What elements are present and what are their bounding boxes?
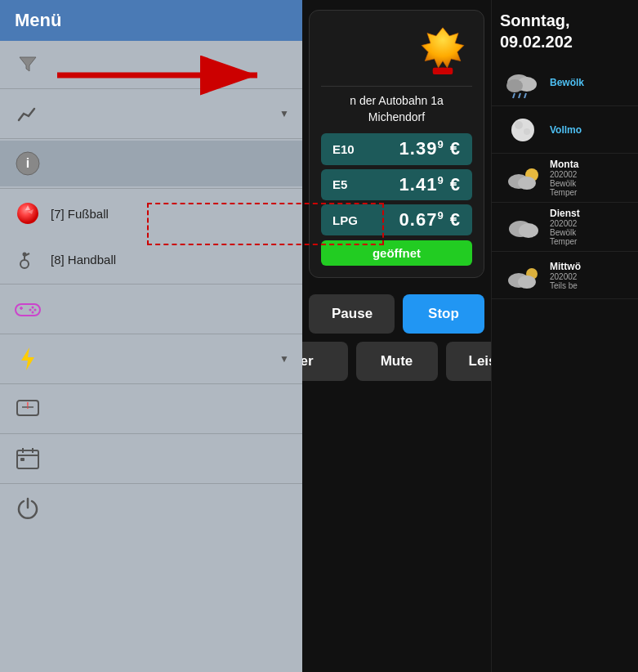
weather-item-3[interactable]: Dienst 202002 Bewölk Temper — [492, 203, 638, 252]
weather-temp-4: Teils be — [550, 281, 630, 290]
fuel-price-lpg: 0.679 € — [399, 209, 461, 231]
controls-section: Pause Stop er Mute Leiser — [302, 284, 491, 391]
sidebar-item-power[interactable] — [0, 486, 302, 531]
svg-rect-27 — [20, 458, 25, 461]
divider-1 — [0, 88, 302, 89]
chart-chevron: ▼ — [279, 108, 289, 119]
weather-label-1: Vollmo — [550, 124, 582, 136]
fuel-type-lpg: LPG — [332, 213, 365, 227]
svg-point-39 — [524, 128, 530, 135]
weather-info-3: Dienst 202002 Bewölk Temper — [545, 208, 630, 246]
weather-icon-cloud-rain — [500, 64, 545, 101]
weather-day-2: Monta — [550, 159, 630, 170]
weather-day-3: Dienst — [550, 208, 630, 219]
main-content: n der Autobahn 1a Michendorf E10 1.399 €… — [302, 0, 491, 672]
filter-icon — [13, 49, 42, 78]
fuel-type-e5: E5 — [332, 177, 365, 191]
weather-desc-3: 202002 — [550, 219, 630, 228]
sidebar-item-calendar[interactable] — [0, 436, 302, 482]
svg-line-36 — [524, 93, 526, 98]
date-day: Sonntag, — [500, 10, 630, 31]
weather-temp-2: Bewölk — [550, 179, 630, 188]
svg-text:i: i — [26, 156, 29, 170]
weather-info-1: Vollmo — [545, 124, 630, 136]
lightning-icon — [13, 344, 42, 374]
svg-point-16 — [34, 309, 37, 311]
power-icon — [13, 494, 42, 523]
weather-desc-4: 202002 — [550, 272, 630, 281]
fuel-price-e5: 1.419 € — [399, 174, 461, 195]
sidebar-item-info[interactable]: i — [0, 141, 302, 186]
svg-point-17 — [29, 309, 32, 311]
svg-rect-30 — [433, 68, 453, 74]
svg-point-44 — [519, 223, 538, 238]
shell-logo-svg — [415, 22, 471, 78]
address-line1: n der Autobahn 1a — [321, 93, 472, 110]
address-line2: Michendorf — [321, 110, 472, 126]
weather-item-0[interactable]: Bewölk — [492, 59, 638, 106]
svg-point-18 — [32, 311, 34, 314]
sidebar-item-gamepad[interactable] — [0, 286, 302, 332]
weather-item-1[interactable]: Vollmo — [492, 106, 638, 154]
divider-7 — [0, 433, 302, 434]
sidebar-header: Menü — [0, 0, 302, 41]
sidebar-item-chart[interactable]: ▼ — [0, 91, 302, 137]
weather-item-2[interactable]: Monta 202002 Bewölk Temper — [492, 154, 638, 203]
sidebar: Menü — [0, 0, 302, 672]
weather-info-2: Monta 202002 Bewölk Temper — [545, 159, 630, 197]
stop-button[interactable]: Stop — [403, 294, 484, 334]
weather-item-4[interactable]: Mittwö 202002 Teils be — [492, 252, 638, 299]
divider-3 — [0, 188, 302, 189]
controls-row-1: Pause Stop — [309, 294, 484, 334]
svg-marker-19 — [21, 347, 34, 370]
fuel-row-lpg: LPG 0.679 € — [321, 204, 472, 235]
date-value: 09.02.202 — [500, 31, 630, 52]
message-icon: ! — [13, 394, 42, 423]
sidebar-item-football[interactable]: [7] Fußball — [0, 190, 302, 236]
sidebar-item-handball[interactable]: [8] Handball — [0, 236, 302, 282]
sidebar-item-message[interactable]: ! — [0, 386, 302, 432]
open-status-badge: geöffnet — [321, 240, 472, 266]
divider-8 — [0, 483, 302, 484]
weather-info-4: Mittwö 202002 Teils be — [545, 261, 630, 290]
weather-icon-partly-cloudy — [500, 159, 545, 196]
mute-button[interactable]: Mute — [356, 342, 438, 381]
svg-point-47 — [518, 276, 536, 289]
svg-point-8 — [20, 260, 29, 268]
fuel-type-e10: E10 — [332, 142, 365, 156]
fuel-row-e5: E5 1.419 € — [321, 169, 472, 200]
svg-point-37 — [511, 119, 534, 141]
handball-icon — [13, 244, 42, 274]
svg-point-33 — [506, 79, 523, 92]
sidebar-items-list: ▼ i — [0, 41, 302, 672]
weather-extra-3: Temper — [550, 237, 630, 246]
svg-rect-23 — [17, 450, 38, 468]
handball-label: [8] Handball — [51, 253, 289, 267]
svg-line-34 — [513, 93, 515, 98]
fuel-row-e10: E10 1.399 € — [321, 133, 472, 164]
divider-5 — [0, 334, 302, 334]
pause-button[interactable]: Pause — [309, 294, 395, 334]
svg-point-42 — [518, 177, 536, 190]
football-icon — [13, 199, 42, 228]
gas-station-header — [321, 20, 472, 87]
controls-row-2: er Mute Leiser — [309, 342, 484, 381]
sidebar-item-lightning[interactable]: ▼ — [0, 336, 302, 382]
gas-station-address: n der Autobahn 1a Michendorf — [321, 93, 472, 125]
back-button[interactable]: er — [302, 342, 348, 381]
weather-label-0: Bewölk — [550, 77, 584, 88]
leiser-button[interactable]: Leiser — [446, 342, 492, 381]
date-section: Sonntag, 09.02.202 — [492, 0, 638, 59]
right-panel: Sonntag, 09.02.202 Bewölk — [491, 0, 638, 672]
sidebar-item-filter[interactable] — [0, 41, 302, 87]
weather-desc-2: 202002 — [550, 170, 630, 179]
gamepad-icon — [13, 294, 42, 324]
shell-logo — [413, 20, 472, 79]
weather-icon-cloud-sun — [500, 257, 545, 293]
weather-temp-3: Bewölk — [550, 228, 630, 237]
weather-day-4: Mittwö — [550, 261, 630, 272]
info-icon: i — [13, 149, 42, 178]
chart-icon — [13, 99, 42, 128]
svg-text:!: ! — [26, 401, 29, 410]
calendar-icon — [13, 444, 42, 473]
